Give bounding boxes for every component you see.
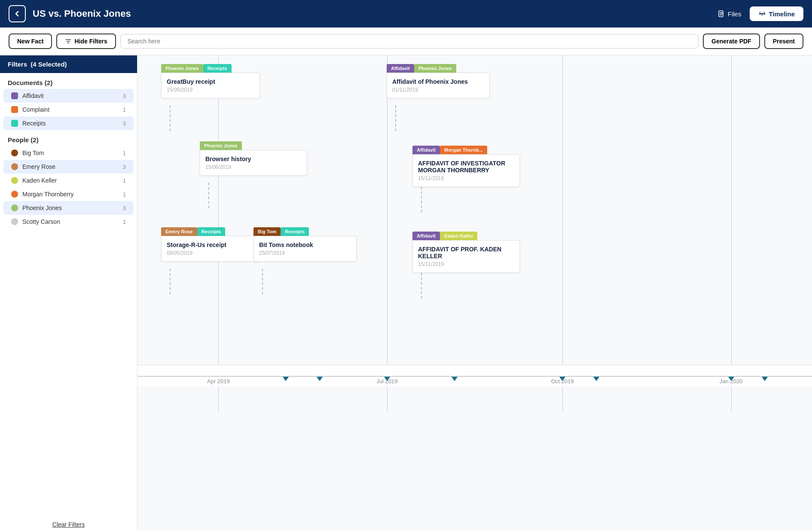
back-button[interactable]	[9, 5, 26, 22]
event-tag: Phoenix Jones	[414, 64, 456, 73]
event-tag: Kaden Keller	[440, 232, 477, 240]
svg-point-3	[763, 13, 765, 15]
header: US vs. Phoenix Jones Files Timeline	[0, 0, 812, 27]
filter-label: Kaden Keller	[22, 177, 123, 184]
people-section-title: People (2)	[0, 130, 137, 146]
event-tags: Phoenix JonesReceipts	[161, 64, 260, 73]
event-tags: AffidavitKaden Keller	[412, 232, 520, 240]
filter-label: Scotty Carson	[22, 218, 123, 225]
person-filter-item[interactable]: Kaden Keller 1	[3, 174, 134, 187]
axis-label: Jul 2019	[376, 378, 397, 385]
event-card[interactable]: Storage-R-Us receipt 08/05/2019	[161, 236, 260, 262]
person-filter-item[interactable]: Big Tom 1	[3, 146, 134, 160]
person-filter-item[interactable]: Morgan Thornberry 1	[3, 187, 134, 201]
connector-line	[421, 273, 422, 299]
present-label: Present	[773, 38, 795, 45]
documents-section-title: Documents (2)	[0, 73, 137, 89]
event-tag: Affidavit	[387, 64, 414, 73]
timeline-arrow-2	[317, 377, 323, 381]
connector-line	[421, 187, 422, 213]
filters-selected: 4 Selected	[33, 61, 64, 68]
timeline-event[interactable]: Phoenix JonesReceipts GreatBuy receipt 1…	[161, 64, 260, 98]
generate-pdf-button[interactable]: Generate PDF	[703, 34, 760, 49]
timeline-event[interactable]: AffidavitPhoenix Jones Affidavit of Phoe…	[387, 64, 490, 98]
event-card[interactable]: AFFIDAVIT OF INVESTIGATOR MORGAN THORNBE…	[412, 154, 520, 187]
event-tag: Morgan Thornb...	[440, 146, 487, 154]
event-date: 01/11/2019	[392, 87, 484, 93]
timeline-event[interactable]: Big TomReceipts Bit Toms notebook 25/07/…	[253, 227, 357, 262]
filter-label: Phoenix Jones	[22, 204, 123, 211]
document-filter-item[interactable]: Affidavit 3	[3, 89, 134, 103]
event-title: Affidavit of Phoenix Jones	[392, 78, 484, 85]
event-date: 15/11/2019	[418, 261, 514, 267]
event-card[interactable]: Browser history 15/06/2019	[200, 150, 307, 176]
timeline-content: Phoenix JonesReceipts GreatBuy receipt 1…	[137, 55, 812, 412]
filter-label: Big Tom	[22, 150, 123, 156]
axis-label: Oct 2019	[551, 378, 574, 385]
hide-filters-label: Hide Filters	[74, 38, 107, 45]
event-card[interactable]: Bit Toms notebook 25/07/2019	[253, 236, 357, 262]
search-input[interactable]	[120, 34, 699, 49]
svg-point-1	[759, 13, 761, 15]
event-tag: Receipts	[197, 227, 226, 236]
people-list: Big Tom 1 Emery Rose 3 Kaden Keller 1 Mo…	[0, 146, 137, 229]
person-filter-item[interactable]: Phoenix Jones 3	[3, 201, 134, 215]
timeline-event[interactable]: Phoenix Jones Browser history 15/06/2019	[200, 141, 307, 176]
connector-line	[170, 105, 171, 131]
event-title: AFFIDAVIT OF PROF. KADEN KELLER	[418, 246, 514, 259]
filter-dot	[11, 120, 18, 127]
present-button[interactable]: Present	[764, 34, 803, 49]
event-card[interactable]: GreatBuy receipt 15/05/2019	[161, 73, 260, 98]
event-card[interactable]: AFFIDAVIT OF PROF. KADEN KELLER 15/11/20…	[412, 240, 520, 273]
timeline-area[interactable]: Phoenix JonesReceipts GreatBuy receipt 1…	[137, 55, 812, 531]
filter-label: Affidavit	[22, 92, 123, 99]
document-filter-item[interactable]: Receipts 3	[3, 116, 134, 130]
person-filter-item[interactable]: Scotty Carson 1	[3, 215, 134, 229]
filter-count: 1	[123, 191, 126, 198]
filter-count: 1	[123, 150, 126, 156]
generate-pdf-label: Generate PDF	[711, 38, 751, 45]
filter-dot	[11, 150, 18, 156]
event-title: GreatBuy receipt	[167, 78, 254, 85]
connector-line	[262, 269, 263, 294]
timeline-bar	[137, 376, 812, 377]
event-date: 25/07/2019	[259, 250, 351, 256]
timeline-arrow-6	[593, 377, 599, 381]
filter-count: 1	[123, 177, 126, 184]
event-tags: AffidavitMorgan Thornb...	[412, 146, 520, 154]
document-filter-item[interactable]: Complaint 1	[3, 103, 134, 116]
filter-dot	[11, 177, 18, 184]
filter-dot	[11, 92, 18, 99]
filter-dot	[11, 106, 18, 113]
filter-count: 3	[123, 164, 126, 170]
documents-list: Affidavit 3 Complaint 1 Receipts 3	[0, 89, 137, 130]
event-tag: Affidavit	[412, 232, 440, 240]
event-title: AFFIDAVIT OF INVESTIGATOR MORGAN THORNBE…	[418, 160, 514, 174]
event-card[interactable]: Affidavit of Phoenix Jones 01/11/2019	[387, 73, 490, 98]
timeline-nav-button[interactable]: Timeline	[750, 6, 803, 21]
person-filter-item[interactable]: Emery Rose 3	[3, 160, 134, 174]
new-fact-label: New Fact	[17, 38, 43, 45]
filter-label: Morgan Thornberry	[22, 191, 123, 198]
event-tags: AffidavitPhoenix Jones	[387, 64, 490, 73]
event-date: 15/06/2019	[205, 164, 302, 170]
filter-dot	[11, 191, 18, 198]
timeline-event[interactable]: AffidavitKaden Keller AFFIDAVIT OF PROF.…	[412, 232, 520, 273]
event-date: 15/05/2019	[167, 87, 254, 93]
filter-dot	[11, 204, 18, 211]
clear-filters-button[interactable]: Clear Filters	[0, 514, 137, 531]
event-date: 15/11/2019	[418, 175, 514, 181]
filter-count: 3	[123, 93, 126, 99]
event-tag: Receipts	[281, 227, 309, 236]
svg-point-2	[761, 13, 763, 15]
timeline-event[interactable]: Emery RoseReceipts Storage-R-Us receipt …	[161, 227, 260, 262]
connector-line	[170, 269, 171, 294]
hide-filters-button[interactable]: Hide Filters	[56, 34, 116, 49]
filter-count: 1	[123, 107, 126, 113]
timeline-event[interactable]: AffidavitMorgan Thornb... AFFIDAVIT OF I…	[412, 146, 520, 187]
files-nav-button[interactable]: Files	[709, 6, 750, 21]
filters-label: Filters	[8, 61, 27, 68]
axis-label: Apr 2019	[207, 378, 230, 385]
new-fact-button[interactable]: New Fact	[9, 34, 52, 49]
filter-label: Receipts	[22, 120, 123, 127]
